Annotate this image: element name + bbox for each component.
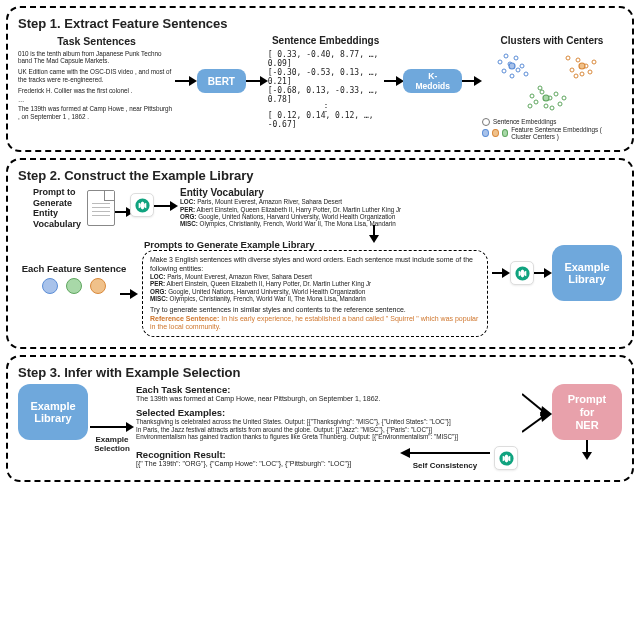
emb-vdots: ⋮ (321, 104, 331, 111)
example-selection-arrow: Example Selection (90, 384, 134, 453)
arrow-left-icon (400, 446, 490, 460)
openai-logo-icon (514, 265, 531, 282)
legend-dot-orange-icon (492, 129, 499, 137)
svg-marker-54 (400, 448, 410, 458)
cluster-scatter-icon (482, 46, 622, 118)
clusters-col: Clusters with Centers (482, 35, 622, 140)
svg-point-10 (502, 69, 506, 73)
document-icon (87, 190, 115, 226)
arrow-icon (120, 287, 138, 301)
pb-l5: Olympics, Christianity, French, World Wa… (170, 295, 366, 302)
pb-l3: Albert Einstein, Queen Elizabeth II, Har… (166, 280, 371, 287)
prompt-gen-vocab-label: Prompt to Generate Entity Vocabulary (33, 187, 81, 228)
bert-block: BERT (197, 69, 246, 93)
step3-title: Step 3. Infer with Example Selection (18, 365, 622, 380)
task-sentences-label: Task Sentences (18, 35, 175, 47)
step1-box: Step 1. Extract Feature Sentences Task S… (6, 6, 634, 152)
svg-point-38 (543, 95, 549, 101)
step2-left-col: Prompt to Generate Entity Vocabulary Eac… (18, 187, 130, 293)
svg-point-18 (576, 58, 580, 62)
emb-2: [-0.30, -0.53, 0.13, …, 0.21] (268, 68, 384, 86)
svg-marker-42 (170, 201, 178, 211)
svg-point-15 (504, 54, 508, 58)
arrow-icon (492, 266, 510, 280)
sent-4: The 139th was formed at Camp Howe , near… (18, 105, 175, 119)
sel-2: In Paris, the Jazz festival attracts art… (136, 426, 518, 433)
svg-point-21 (592, 60, 596, 64)
clusters-label: Clusters with Centers (482, 35, 622, 46)
sent-2: UK Edition came with the OSC-DIS video ,… (18, 68, 175, 82)
svg-marker-1 (189, 76, 197, 86)
svg-point-36 (528, 104, 532, 108)
arrow-icon (246, 69, 268, 109)
embeddings-label: Sentence Embeddings (272, 35, 379, 46)
svg-point-30 (554, 92, 558, 96)
step3-left: Example Library (18, 384, 88, 440)
chatgpt-icon (494, 446, 518, 470)
svg-marker-3 (260, 76, 268, 86)
example-library-block: Example Library (18, 384, 88, 440)
each-task-label: Each Task Sentence: (136, 384, 518, 395)
svg-marker-50 (544, 268, 552, 278)
svg-line-57 (522, 416, 544, 432)
promptbox-title: Prompts to Generate Example Library (144, 239, 488, 250)
svg-point-32 (530, 94, 534, 98)
example-selection-label: Example Selection (94, 435, 130, 453)
svg-point-27 (540, 90, 544, 94)
embeddings-col: Sentence Embeddings [ 0.33, -0.40, 8.77,… (268, 35, 384, 129)
pb-l6: Try to generate sentences in similar sty… (150, 306, 480, 314)
svg-point-11 (520, 64, 524, 68)
task-sentences-col: Task Sentences 010 is the tenth album fr… (18, 35, 175, 120)
svg-point-34 (538, 86, 542, 90)
emb-1: [ 0.33, -0.40, 8.77, …, 0.09] (268, 50, 384, 68)
vocab-loc: LOC: LOC: Paris, Mount Everest, Amazon R… (180, 198, 401, 205)
arrow-icon (175, 69, 197, 109)
legend-dot-empty-icon (482, 118, 490, 126)
step3-mid: Each Task Sentence: The 139th was formed… (136, 384, 518, 470)
legend-dot-green-icon (502, 129, 509, 137)
svg-point-26 (579, 63, 585, 69)
svg-point-33 (558, 102, 562, 106)
svg-point-9 (514, 56, 518, 60)
pb-ref-label: Reference Sentence: (150, 315, 221, 322)
svg-marker-52 (126, 422, 134, 432)
entity-vocab-title: Entity Vocabulary (180, 187, 401, 198)
step3-box: Step 3. Infer with Example Selection Exa… (6, 355, 634, 482)
pb-l4: Google, United Nations, Harvard Universi… (168, 288, 365, 295)
legend-dot-blue-icon (482, 129, 489, 137)
pb-l2: Paris, Mount Everest, Amazon River, Saha… (167, 273, 312, 280)
prompt-for-ner-block: Prompt for NER (552, 384, 622, 440)
vocab-org: ORG: Google, United Nations, Harvard Uni… (180, 213, 401, 220)
svg-point-35 (550, 106, 554, 110)
svg-marker-60 (582, 452, 592, 460)
step2-mid-col: Entity Vocabulary LOC: LOC: Paris, Mount… (130, 187, 488, 337)
step1-title: Step 1. Extract Feature Sentences (18, 16, 622, 31)
step3-right (522, 384, 552, 444)
svg-point-14 (524, 72, 528, 76)
arrow-bundle-icon (522, 384, 552, 444)
legend-fse: Feature Sentence Embeddings ( Cluster Ce… (511, 126, 622, 140)
vocab-per: PER: Albert Einstein, Queen Elizabeth II… (180, 206, 401, 213)
openai-logo-icon (498, 450, 515, 467)
each-feature-label: Each Feature Sentence (22, 263, 127, 274)
each-task-sentence: The 139th was formed at Camp Howe, near … (136, 395, 518, 403)
svg-point-17 (509, 63, 515, 69)
svg-marker-5 (396, 76, 404, 86)
sel-1: Thanksgiving is celebrated across the Un… (136, 418, 518, 425)
step2-box: Step 2. Construct the Example Library Pr… (6, 158, 634, 349)
selected-examples-label: Selected Examples: (136, 407, 518, 418)
svg-marker-7 (474, 76, 482, 86)
arrow-icon (90, 420, 134, 434)
svg-point-13 (498, 60, 502, 64)
svg-point-29 (534, 100, 538, 104)
self-consistency-label: Self Consistency (413, 461, 477, 470)
step2-title: Step 2. Construct the Example Library (18, 168, 622, 183)
svg-point-12 (510, 74, 514, 78)
step2-right-row: Example Library (492, 245, 622, 301)
sent-3: Frederick H. Collier was the first colon… (18, 87, 175, 94)
arrow-icon (154, 199, 178, 213)
svg-marker-48 (502, 268, 510, 278)
svg-point-20 (570, 68, 574, 72)
sent-ellipsis: … (18, 96, 175, 103)
promptbox: Make 3 English sentences with diverse st… (142, 250, 488, 337)
